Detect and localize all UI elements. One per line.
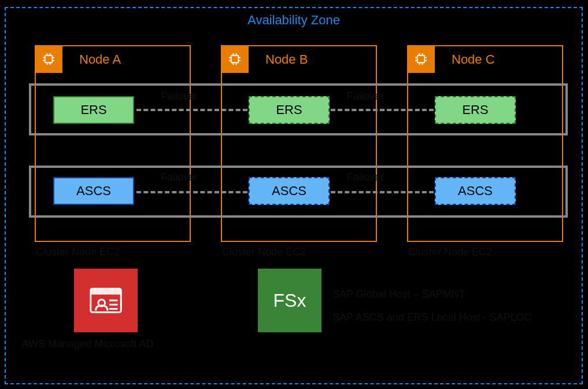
svg-rect-0: [45, 56, 53, 63]
node-a-icon-box: [35, 45, 62, 73]
failover-connector: [331, 191, 434, 193]
directory-icon: [86, 280, 126, 321]
ascs-node-c: ASCS: [435, 177, 516, 205]
fsx-icon: FSx: [258, 269, 321, 332]
node-b-icon-box: [221, 45, 249, 73]
failover-label: Failover: [347, 171, 384, 184]
availability-zone-container: Availability Zone Node A Cluster Node EC…: [5, 7, 583, 384]
failover-connector: [136, 109, 247, 111]
svg-rect-28: [91, 289, 121, 295]
svg-rect-18: [417, 56, 425, 63]
aws-managed-ad-icon: [74, 269, 138, 332]
node-c-label: Node C: [452, 52, 495, 67]
svg-rect-9: [231, 56, 239, 63]
ascs-node-b: ASCS: [249, 177, 330, 205]
failover-label: Failover: [161, 90, 198, 102]
aws-managed-ad-label: AWS Managed Microsoft AD: [22, 338, 153, 350]
fsx-icon-text: FSx: [273, 290, 306, 311]
cpu-icon: [40, 50, 57, 68]
ers-node-a: ERS: [53, 96, 134, 124]
node-c-footer: Cluster Node EC2: [408, 246, 492, 258]
node-a-footer: Cluster Node EC2: [36, 246, 120, 258]
ers-node-b: ERS: [249, 96, 330, 124]
node-c-icon-box: [407, 45, 435, 73]
node-a-label: Node A: [79, 52, 121, 67]
fsx-line-2: SAP ASCS and ERS Local Host - SAPLOC: [332, 306, 532, 329]
node-b-footer: Cluster Node EC2: [222, 246, 306, 258]
fsx-description: SAP Global Host – SAPMNT SAP ASCS and ER…: [332, 283, 532, 329]
node-b-label: Node B: [265, 52, 308, 67]
failover-label: Failover: [347, 90, 384, 102]
failover-connector: [136, 191, 247, 193]
ers-node-c: ERS: [435, 96, 516, 124]
fsx-line-1: SAP Global Host – SAPMNT: [332, 283, 532, 306]
ascs-node-a: ASCS: [53, 177, 134, 205]
cpu-icon: [412, 50, 430, 68]
availability-zone-title: Availability Zone: [247, 13, 340, 28]
cpu-icon: [226, 50, 243, 68]
failover-connector: [331, 109, 434, 111]
failover-label: Failover: [161, 171, 198, 184]
